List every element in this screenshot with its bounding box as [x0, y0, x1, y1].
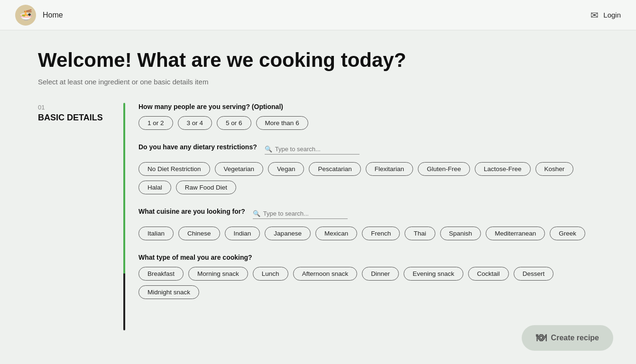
diet-options: No Diet Restriction Vegetarian Vegan Pes… [138, 162, 598, 194]
page-title: Welcome! What are we cooking today? [38, 49, 598, 71]
meal-option-lunch[interactable]: Lunch [253, 267, 288, 281]
step-label: BASIC DETAILS [38, 113, 123, 123]
cuisine-title: What cuisine are you looking for? [138, 208, 245, 215]
serving-section: How many people are you serving? (Option… [138, 103, 598, 130]
cuisine-option-chinese[interactable]: Chinese [178, 227, 220, 240]
diet-search-row: Do you have any dietary restrictions? 🔍 [138, 143, 598, 156]
cuisine-option-mexican[interactable]: Mexican [315, 227, 357, 240]
meal-option-dinner[interactable]: Dinner [362, 267, 399, 281]
mail-icon[interactable]: ✉ [590, 9, 599, 21]
serving-option-5or6[interactable]: 5 or 6 [217, 116, 251, 130]
meal-option-evening-snack[interactable]: Evening snack [404, 267, 463, 281]
cuisine-option-spanish[interactable]: Spanish [440, 227, 481, 240]
meal-option-dessert[interactable]: Dessert [514, 267, 554, 281]
meal-option-morning-snack[interactable]: Morning snack [188, 267, 248, 281]
diet-option-flexitarian[interactable]: Flexitarian [366, 162, 413, 176]
diet-title: Do you have any dietary restrictions? [138, 143, 257, 151]
progress-line [123, 103, 125, 330]
cuisine-option-mediterranean[interactable]: Mediterranean [486, 227, 545, 240]
serving-option-more6[interactable]: More than 6 [256, 116, 308, 130]
cuisine-option-italian[interactable]: Italian [138, 227, 174, 240]
diet-search-icon: 🔍 [265, 146, 272, 153]
diet-option-raw-food[interactable]: Raw Food Diet [176, 181, 236, 194]
serving-title: How many people are you serving? (Option… [138, 103, 598, 110]
meal-option-breakfast[interactable]: Breakfast [138, 267, 184, 281]
diet-search-input[interactable] [275, 146, 351, 153]
navbar: 🍜 Home ✉ Login [0, 0, 636, 30]
create-recipe-label: Create recipe [551, 334, 599, 342]
diet-option-vegetarian[interactable]: Vegetarian [215, 162, 264, 176]
meal-option-midnight-snack[interactable]: Midnight snack [138, 285, 199, 299]
cuisine-search-row: What cuisine are you looking for? 🔍 [138, 208, 598, 221]
step-number: 01 [38, 104, 123, 111]
create-recipe-wrap: 🍽 Create recipe [522, 325, 613, 351]
serving-option-3or4[interactable]: 3 or 4 [178, 116, 212, 130]
cuisine-search-wrap[interactable]: 🔍 [253, 210, 348, 219]
diet-option-vegan[interactable]: Vegan [268, 162, 304, 176]
main-content: Welcome! What are we cooking today? Sele… [0, 30, 636, 349]
serving-option-1or2[interactable]: 1 or 2 [138, 116, 173, 130]
cuisine-options: Italian Chinese Indian Japanese Mexican … [138, 227, 598, 240]
nav-right: ✉ Login [590, 9, 621, 21]
cuisine-search-input[interactable] [263, 210, 339, 217]
meal-section: What type of meal you are cooking? Break… [138, 254, 598, 299]
diet-option-kosher[interactable]: Kosher [535, 162, 574, 176]
diet-option-gluten-free[interactable]: Gluten-Free [418, 162, 470, 176]
diet-option-pescatarian[interactable]: Pescatarian [309, 162, 360, 176]
meal-option-afternoon-snack[interactable]: Afternoon snack [293, 267, 358, 281]
form-area: 01 BASIC DETAILS How many people are you… [38, 103, 598, 330]
diet-option-lactose-free[interactable]: Lactose-Free [475, 162, 531, 176]
create-recipe-icon: 🍽 [536, 332, 546, 344]
cuisine-search-icon: 🔍 [253, 210, 260, 217]
diet-section: Do you have any dietary restrictions? 🔍 … [138, 143, 598, 194]
page-subtitle: Select at least one ingredient or one ba… [38, 78, 598, 86]
serving-options: 1 or 2 3 or 4 5 or 6 More than 6 [138, 116, 598, 130]
nav-left: 🍜 Home [15, 5, 63, 26]
meal-option-cocktail[interactable]: Cocktail [468, 267, 509, 281]
meal-options: Breakfast Morning snack Lunch Afternoon … [138, 267, 598, 299]
cuisine-option-greek[interactable]: Greek [550, 227, 585, 240]
diet-option-halal[interactable]: Halal [138, 181, 171, 194]
form-sections: How many people are you serving? (Option… [138, 103, 598, 330]
login-button[interactable]: Login [603, 11, 621, 19]
diet-search-wrap[interactable]: 🔍 [265, 146, 359, 155]
meal-title: What type of meal you are cooking? [138, 254, 598, 261]
cuisine-option-french[interactable]: French [362, 227, 400, 240]
home-link[interactable]: Home [43, 11, 63, 19]
cuisine-option-japanese[interactable]: Japanese [265, 227, 311, 240]
create-recipe-button[interactable]: 🍽 Create recipe [522, 325, 613, 351]
logo-icon: 🍜 [15, 5, 36, 26]
cuisine-option-indian[interactable]: Indian [225, 227, 260, 240]
diet-option-no-restriction[interactable]: No Diet Restriction [138, 162, 210, 176]
step-sidebar: 01 BASIC DETAILS [38, 103, 123, 330]
cuisine-section: What cuisine are you looking for? 🔍 Ital… [138, 208, 598, 240]
cuisine-option-thai[interactable]: Thai [405, 227, 435, 240]
